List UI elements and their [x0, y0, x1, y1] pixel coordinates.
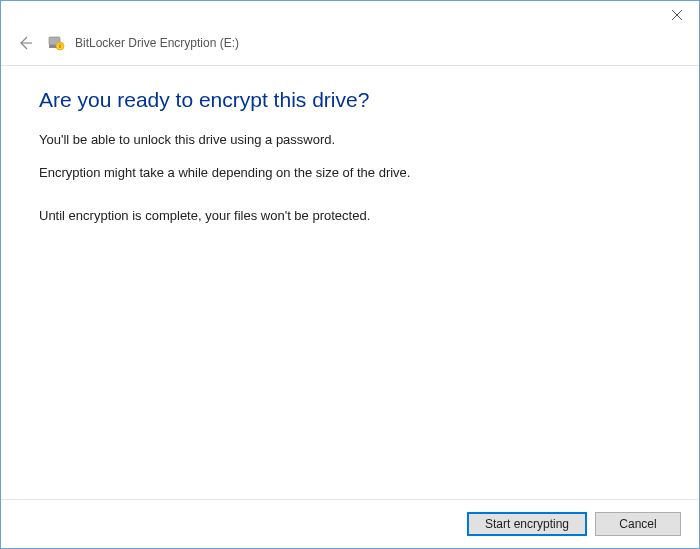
body-line-2: Encryption might take a while depending … [39, 165, 661, 182]
bitlocker-icon [47, 34, 65, 52]
back-arrow-icon [17, 35, 33, 51]
page-heading: Are you ready to encrypt this drive? [39, 88, 661, 112]
footer-bar: Start encrypting Cancel [1, 499, 699, 548]
cancel-button[interactable]: Cancel [595, 512, 681, 536]
start-encrypting-button[interactable]: Start encrypting [467, 512, 587, 536]
content-area: Are you ready to encrypt this drive? You… [1, 66, 699, 499]
header-bar: BitLocker Drive Encryption (E:) [1, 31, 699, 66]
wizard-window: BitLocker Drive Encryption (E:) Are you … [0, 0, 700, 549]
svg-rect-6 [59, 45, 61, 48]
back-button[interactable] [13, 31, 37, 55]
close-icon [672, 10, 682, 20]
body-line-1: You'll be able to unlock this drive usin… [39, 132, 661, 149]
titlebar [1, 1, 699, 31]
body-line-3: Until encryption is complete, your files… [39, 208, 661, 225]
header-title: BitLocker Drive Encryption (E:) [75, 36, 239, 50]
close-button[interactable] [654, 1, 699, 29]
